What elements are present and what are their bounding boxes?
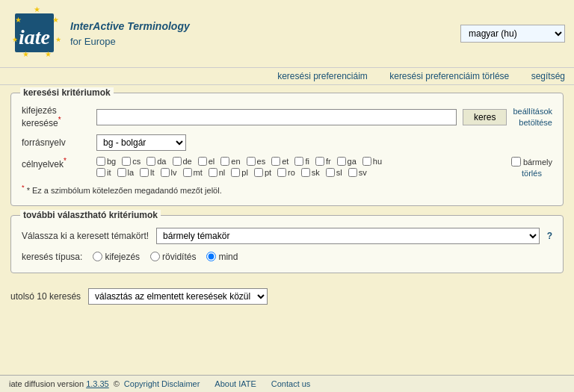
checkboxes-area: bg cs da de el en es et fi fr ga hu it: [96, 157, 504, 179]
checkbox-fi[interactable]: fi: [294, 157, 309, 166]
checkbox-mt[interactable]: mt: [183, 168, 203, 177]
expression-row: kifejezés keresése* keres beállítások be…: [22, 105, 552, 128]
checkbox-cs[interactable]: cs: [122, 157, 141, 166]
checkbox-nl[interactable]: nl: [209, 168, 226, 177]
checkbox-sv[interactable]: sv: [348, 168, 367, 177]
checkbox-pt[interactable]: pt: [254, 168, 271, 177]
search-criteria-box: keresési kritériumok kifejezés keresése*…: [10, 93, 564, 206]
footer-contact-link[interactable]: Contact us: [271, 379, 311, 388]
nav-clear-prefs[interactable]: keresési preferenciáim törlése: [389, 71, 509, 81]
topic-label: Válassza ki a keresett témakört!: [22, 231, 149, 241]
last-searches-label: utolsó 10 keresés: [10, 291, 81, 302]
brand-text: InterActive Terminology for Europe: [70, 19, 190, 49]
checkbox-lv[interactable]: lv: [161, 168, 177, 177]
checkbox-da[interactable]: da: [146, 157, 166, 166]
svg-text:★: ★: [45, 50, 52, 58]
radio-rovidites[interactable]: rövidítés: [150, 252, 196, 262]
topic-select[interactable]: bármely témakör: [156, 228, 540, 244]
search-type-row: keresés típusa: kifejezés rövidítés mind: [22, 252, 552, 262]
help-link[interactable]: ?: [547, 231, 552, 241]
topic-row: Válassza ki a keresett témakört! bármely…: [22, 228, 552, 244]
checkbox-en[interactable]: en: [220, 157, 240, 166]
expression-input[interactable]: [96, 109, 457, 125]
footer-version-link[interactable]: 1.3.35: [86, 379, 109, 388]
target-lang-row: célnyelvek* bg cs da de el en es et fi f…: [22, 157, 552, 179]
logo-area: ★ ★ ★ ★ ★ ★ ★ iate InterActive Terminolo…: [9, 6, 190, 61]
additional-criteria-box: további választható kritériumok Válassza…: [10, 215, 564, 273]
header-right: magyar (hu)English (en)deutsch (de)franç…: [460, 25, 565, 43]
search-type-label: keresés típusa:: [22, 252, 82, 262]
svg-text:★: ★: [22, 50, 29, 58]
checkbox-it[interactable]: it: [96, 168, 111, 177]
checkbox-et[interactable]: et: [271, 157, 288, 166]
checkbox-sl[interactable]: sl: [326, 168, 342, 177]
svg-text:★: ★: [52, 16, 59, 24]
barmely-row: bármely: [511, 157, 552, 167]
nav-bar: keresési preferenciáim keresési preferen…: [0, 68, 574, 85]
source-lang-select[interactable]: bg - bolgárcs - csehda - dánde - németel…: [96, 134, 186, 151]
last-searches-row: utolsó 10 keresés választás az elmentett…: [10, 282, 564, 311]
search-criteria-title: keresési kritériumok: [20, 87, 114, 98]
main-content: keresési kritériumok kifejezés keresése*…: [0, 85, 574, 318]
last-searches-select[interactable]: választás az elmentett keresések közül: [88, 288, 268, 305]
svg-text:★: ★: [55, 36, 61, 43]
iate-logo: ★ ★ ★ ★ ★ ★ ★ iate: [9, 6, 64, 61]
checkbox-sk[interactable]: sk: [301, 168, 320, 177]
checkbox-el[interactable]: el: [198, 157, 215, 166]
footer-copyright-symbol: ©: [114, 379, 120, 388]
checkbox-line-2: it la lt lv mt nl pl pt ro sk sl sv: [96, 168, 504, 177]
checkbox-fr[interactable]: fr: [315, 157, 331, 166]
checkbox-hu[interactable]: hu: [362, 157, 382, 166]
barmely-label: bármely: [523, 158, 552, 167]
settings-link[interactable]: beállítások betöltése: [513, 106, 552, 128]
iate-logo-svg: ★ ★ ★ ★ ★ ★ ★ iate: [9, 6, 64, 61]
svg-text:iate: iate: [19, 25, 50, 49]
svg-text:★: ★: [15, 16, 22, 24]
barmely-checkbox[interactable]: [511, 157, 521, 167]
radio-mind[interactable]: mind: [206, 252, 238, 262]
checkbox-de[interactable]: de: [173, 157, 192, 166]
checkbox-lt[interactable]: lt: [140, 168, 155, 177]
checkbox-pl[interactable]: pl: [231, 168, 248, 177]
additional-criteria-title: további választható kritériumok: [20, 210, 161, 220]
barmely-area: bármely törlés: [511, 157, 552, 178]
torles-link[interactable]: törlés: [522, 169, 542, 178]
radio-kifejezes[interactable]: kifejezés: [93, 252, 140, 262]
target-lang-label: célnyelvek*: [22, 157, 96, 169]
expression-label: kifejezés keresése*: [22, 105, 96, 128]
checkbox-ga[interactable]: ga: [337, 157, 357, 166]
language-select[interactable]: magyar (hu)English (en)deutsch (de)franç…: [460, 25, 565, 43]
header: ★ ★ ★ ★ ★ ★ ★ iate InterActive Terminolo…: [0, 0, 574, 68]
nav-search-prefs[interactable]: keresési preferenciáim: [277, 71, 368, 81]
checkbox-line-1: bg cs da de el en es et fi fr ga hu: [96, 157, 504, 166]
checkbox-la[interactable]: la: [117, 168, 135, 177]
footer: iate diffusion version 1.3.35 © Copyrigh…: [0, 375, 574, 392]
svg-text:★: ★: [12, 36, 18, 43]
required-note: * * Ez a szimbólum kötelezően megadandó …: [22, 184, 552, 195]
source-lang-row: forrásnyelv* bg - bolgárcs - csehda - dá…: [22, 134, 552, 151]
checkbox-ro[interactable]: ro: [277, 168, 295, 177]
footer-copyright-link[interactable]: Copyright Disclaimer: [124, 379, 200, 388]
search-button[interactable]: keres: [463, 109, 507, 125]
nav-help[interactable]: segítség: [531, 71, 565, 81]
checkbox-bg[interactable]: bg: [96, 157, 116, 166]
footer-about-link[interactable]: About IATE: [215, 379, 256, 388]
brand-inter: InterActive Terminology: [70, 20, 190, 32]
footer-version: iate diffusion version 1.3.35: [9, 379, 109, 388]
checkbox-es[interactable]: es: [247, 157, 266, 166]
source-lang-label: forrásnyelv*: [22, 137, 96, 148]
svg-text:★: ★: [34, 6, 40, 13]
brand-for-europe: for Europe: [70, 36, 116, 47]
